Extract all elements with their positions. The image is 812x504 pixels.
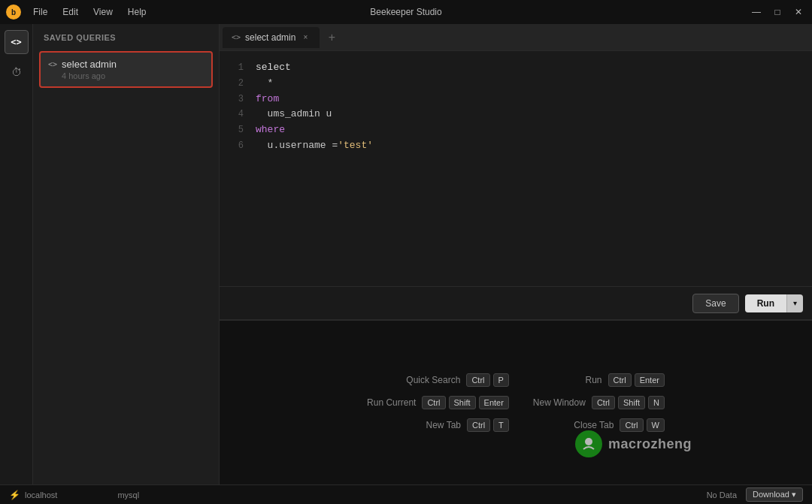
line-number: 6 bbox=[226, 139, 244, 153]
download-button[interactable]: Download ▾ bbox=[746, 487, 803, 502]
menu-help[interactable]: Help bbox=[122, 4, 153, 20]
editor-footer: Save Run ▾ bbox=[220, 286, 812, 319]
statusbar: ⚡ localhost mysql No Data Download ▾ bbox=[0, 484, 812, 504]
shortcut-run: Run Ctrl Enter bbox=[533, 373, 665, 387]
tab-label: select admin bbox=[245, 32, 295, 43]
line-number: 2 bbox=[226, 77, 244, 91]
tab-select-admin[interactable]: <> select admin × bbox=[223, 27, 320, 48]
menu-file[interactable]: File bbox=[27, 4, 53, 20]
connection-icon: ⚡ bbox=[9, 490, 20, 500]
key-ctrl: Ctrl bbox=[592, 396, 615, 409]
sidebar-item-queries[interactable]: <> bbox=[5, 30, 29, 54]
code-line-1: 1 select bbox=[220, 60, 812, 76]
menu-edit[interactable]: Edit bbox=[56, 4, 84, 20]
code-line-2: 2 * bbox=[220, 76, 812, 92]
watermark-logo bbox=[575, 430, 602, 457]
shortcut-label: New Tab bbox=[426, 420, 461, 430]
minimize-button[interactable]: — bbox=[749, 5, 764, 20]
queries-icon: <> bbox=[11, 37, 21, 47]
line-number: 3 bbox=[226, 92, 244, 107]
window-controls: — □ ✕ bbox=[749, 5, 806, 20]
tab-bar: <> select admin × + bbox=[220, 24, 812, 51]
code-token: from bbox=[256, 92, 279, 107]
code-token: select bbox=[256, 60, 291, 76]
shortcut-run-current: Run Current Ctrl Shift Enter bbox=[367, 396, 509, 409]
shortcut-keys: Ctrl Shift N bbox=[592, 396, 665, 409]
query-icon: <> bbox=[48, 60, 57, 68]
main-layout: <> ⏱ Saved Queries <> select admin 4 hou… bbox=[0, 24, 812, 484]
svg-point-0 bbox=[585, 438, 592, 445]
key-n: N bbox=[648, 396, 665, 409]
key-shift: Shift bbox=[449, 396, 476, 409]
code-line-4: 4 ums_admin u bbox=[220, 107, 812, 122]
close-button[interactable]: ✕ bbox=[791, 5, 806, 20]
new-tab-button[interactable]: + bbox=[323, 29, 341, 47]
content-area: <> select admin × + 1 select 2 * bbox=[220, 24, 812, 484]
watermark: macrozheng bbox=[575, 430, 692, 457]
shortcut-keys: Ctrl T bbox=[467, 418, 509, 432]
shortcut-label: Run Current bbox=[367, 397, 416, 408]
key-ctrl: Ctrl bbox=[422, 396, 445, 409]
queries-panel: Saved Queries <> select admin 4 hours ag… bbox=[33, 24, 220, 484]
shortcut-label: Run bbox=[586, 375, 602, 385]
key-ctrl: Ctrl bbox=[608, 373, 632, 387]
key-enter: Enter bbox=[635, 373, 665, 387]
code-line-5: 5 where bbox=[220, 122, 812, 138]
tab-close-button[interactable]: × bbox=[300, 32, 311, 43]
shortcut-new-tab: New Tab Ctrl T bbox=[367, 418, 509, 432]
sidebar-item-history[interactable]: ⏱ bbox=[5, 60, 29, 84]
run-dropdown-button[interactable]: ▾ bbox=[786, 294, 803, 312]
shortcut-label: New Window bbox=[533, 397, 586, 408]
code-token: where bbox=[256, 122, 285, 138]
line-number: 5 bbox=[226, 123, 244, 137]
key-p: P bbox=[493, 373, 509, 387]
database-label: mysql bbox=[117, 490, 139, 499]
code-token-string: 'test' bbox=[338, 138, 373, 154]
statusbar-middle: mysql bbox=[57, 490, 706, 499]
menu-view[interactable]: View bbox=[87, 4, 119, 20]
shortcut-keys: Ctrl Enter bbox=[608, 373, 665, 387]
shortcut-new-window: New Window Ctrl Shift N bbox=[533, 396, 665, 409]
titlebar-menus: File Edit View Help bbox=[27, 4, 153, 20]
key-ctrl: Ctrl bbox=[466, 373, 489, 387]
code-editor[interactable]: 1 select 2 * 3 from 4 ums_admin u bbox=[220, 51, 812, 286]
statusbar-left: ⚡ localhost bbox=[9, 490, 57, 500]
code-token: ums_admin u bbox=[256, 107, 332, 122]
history-icon: ⏱ bbox=[11, 66, 22, 78]
query-name-label: select admin bbox=[62, 59, 117, 70]
connection-label: localhost bbox=[25, 490, 57, 499]
key-enter: Enter bbox=[479, 396, 509, 409]
maximize-button[interactable]: □ bbox=[770, 5, 785, 20]
app-title: Beekeeper Studio bbox=[370, 7, 441, 17]
shortcut-keys: Ctrl Shift Enter bbox=[422, 396, 508, 409]
shortcuts-grid: Quick Search Ctrl P Run Ctrl Enter bbox=[367, 373, 665, 432]
tab-icon: <> bbox=[232, 33, 241, 41]
queries-header: Saved Queries bbox=[33, 24, 219, 48]
code-line-6: 6 u.username = 'test' bbox=[220, 138, 812, 154]
shortcut-keys: Ctrl P bbox=[466, 373, 508, 387]
shortcut-quick-search: Quick Search Ctrl P bbox=[367, 373, 509, 387]
app-logo: b bbox=[6, 5, 21, 20]
save-button[interactable]: Save bbox=[692, 294, 738, 313]
titlebar: b File Edit View Help Beekeeper Studio —… bbox=[0, 0, 812, 24]
code-token: * bbox=[256, 76, 273, 92]
icon-sidebar: <> ⏱ bbox=[0, 24, 33, 484]
code-token: u.username = bbox=[256, 138, 338, 154]
key-t: T bbox=[493, 418, 509, 432]
statusbar-right: No Data Download ▾ bbox=[707, 487, 803, 502]
list-item[interactable]: <> select admin 4 hours ago bbox=[39, 51, 213, 88]
query-time: 4 hours ago bbox=[62, 71, 204, 80]
line-number: 4 bbox=[226, 107, 244, 122]
run-button[interactable]: Run bbox=[745, 294, 786, 312]
code-line-3: 3 from bbox=[220, 92, 812, 107]
results-area: Quick Search Ctrl P Run Ctrl Enter bbox=[220, 319, 812, 484]
key-shift: Shift bbox=[618, 396, 645, 409]
no-data-label: No Data bbox=[707, 490, 737, 499]
query-item-name: <> select admin bbox=[48, 59, 204, 70]
line-number: 1 bbox=[226, 61, 244, 75]
key-ctrl: Ctrl bbox=[467, 418, 490, 432]
watermark-text: macrozheng bbox=[608, 436, 692, 452]
shortcut-label: Close Tab bbox=[574, 420, 614, 430]
run-button-group: Run ▾ bbox=[745, 294, 803, 312]
shortcut-label: Quick Search bbox=[406, 375, 460, 385]
